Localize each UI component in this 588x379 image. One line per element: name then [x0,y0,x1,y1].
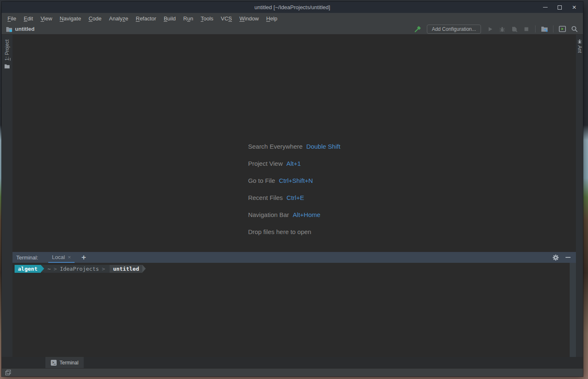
prompt-user-segment: algent [15,265,41,273]
gear-icon[interactable] [553,254,559,261]
desktop: { "colors": { "titlebar_bg": "#262b33", … [0,0,588,379]
breadcrumb-project-label: untitled [15,26,35,32]
menu-refactor[interactable]: Refactor [132,15,160,22]
close-button[interactable]: × [571,5,577,10]
shortcut-label: Search Everywhere [248,143,303,150]
window-controls: × [542,5,583,10]
build-hammer-icon[interactable] [413,25,422,34]
shortcut-key: Alt+Home [293,211,320,218]
shortcut-label: Recent Files [248,194,283,201]
hide-panel-icon[interactable] [566,257,571,258]
chevron-separator: > [54,265,57,273]
shortcut-hint-row: Recent FilesCtrl+E [248,193,341,202]
chevron-separator: > [102,265,105,273]
toolwindow-tab-terminal-label: Terminal [60,360,78,366]
debug-icon[interactable] [498,25,507,34]
toolbar-separator [535,25,536,32]
breadcrumb-project[interactable]: untitled [6,26,35,32]
prompt-current-dir: untitled [110,265,142,273]
bottom-toolwindow-bar: >_ Terminal [2,357,583,368]
maximize-icon [558,5,562,10]
menu-build[interactable]: Build [160,15,179,22]
coverage-icon[interactable] [510,25,519,34]
menu-edit[interactable]: Edit [20,15,37,22]
toolwindow-toggle-icon[interactable] [5,370,11,375]
menu-navigate[interactable]: Navigate [56,15,85,22]
terminal-tab-local[interactable]: Local × [48,252,75,263]
shortcut-key: Ctrl+Shift+N [279,177,313,184]
navigation-bar: untitled Add Configuration... [2,24,583,35]
prompt-dir1: IdeaProjects [60,265,99,273]
minimize-button[interactable] [542,5,548,10]
powerline-arrow [41,265,44,272]
menu-file[interactable]: File [4,15,20,22]
window-title: untitled [~/IdeaProjects/untitled] [2,4,583,10]
terminal-output[interactable]: algent ~ > IdeaProjects > untitled [12,263,576,357]
titlebar: untitled [~/IdeaProjects/untitled] × [2,2,583,13]
terminal-icon: >_ [51,360,57,366]
shortcut-hint-row: Search EverywhereDouble Shift [248,142,341,151]
powerline-arrow-end [142,265,146,272]
right-tool-stripe: Ant [576,35,583,357]
shortcut-hint-row: Navigation BarAlt+Home [248,210,341,219]
status-bar [2,368,583,377]
shortcut-label: Project View [248,160,283,167]
dash-glyph [566,257,571,258]
prompt-home: ~ [47,265,51,273]
ant-icon [577,39,582,44]
prompt-path-segment: ~ > IdeaProjects > [44,265,110,273]
run-anything-icon[interactable] [558,25,567,34]
menu-analyze[interactable]: Analyze [105,15,132,22]
maximize-button[interactable] [557,5,563,10]
project-folder-icon [6,26,12,32]
toolbar-right: Add Configuration... [413,25,579,34]
toolwindow-tab-terminal[interactable]: >_ Terminal [45,357,84,368]
terminal-panel: Terminal: Local × + algent [12,252,576,357]
terminal-panel-label: Terminal: [16,254,38,261]
shortcut-hint-row: Project ViewAlt+1 [248,159,341,168]
left-tool-stripe: 1: Project [2,35,12,357]
terminal-header-actions [553,252,572,263]
ide-window: untitled [~/IdeaProjects/untitled] × Fil… [2,2,583,377]
shortcut-key: Alt+1 [287,160,301,167]
toolbar-separator [553,25,553,32]
folder-icon [4,64,10,69]
shortcut-label: Go to File [248,177,275,184]
menu-view[interactable]: View [37,15,56,22]
run-icon[interactable] [486,25,495,34]
editor-area: Search EverywhereDouble ShiftProject Vie… [12,35,576,252]
shortcut-hint-row: Drop files here to open [248,227,341,237]
shortcut-key: Ctrl+E [287,194,304,201]
menu-help[interactable]: Help [262,15,281,22]
project-tab-label: : Project [4,40,10,58]
tool-stripe-tab-project[interactable]: 1: Project [4,40,10,61]
menu-tools[interactable]: Tools [197,15,217,22]
menubar: FileEditViewNavigateCodeAnalyzeRefactorB… [2,13,583,24]
terminal-scrollbar[interactable] [570,263,576,357]
minimize-icon [543,7,548,7]
add-configuration-button[interactable]: Add Configuration... [427,25,481,34]
menu-code[interactable]: Code [85,15,105,22]
menu-run[interactable]: Run [179,15,197,22]
shortcut-hint-row: Go to FileCtrl+Shift+N [248,176,341,185]
menu-vcs[interactable]: VCS [217,15,236,22]
tool-stripe-tab-ant[interactable]: Ant [577,45,583,53]
main-area: 1: Project Search EverywhereDouble Shift… [2,35,583,357]
terminal-tab-local-label: Local [52,254,65,260]
shortcut-key: Double Shift [306,143,341,150]
shortcut-label: Drop files here to open [248,228,311,235]
terminal-header: Terminal: Local × + [12,252,576,263]
center-column: Search EverywhereDouble ShiftProject Vie… [12,35,576,357]
stop-icon[interactable] [522,25,531,34]
close-tab-icon[interactable]: × [68,254,71,260]
menu-window[interactable]: Window [236,15,262,22]
search-icon[interactable] [570,25,579,34]
shortcut-hints: Search EverywhereDouble ShiftProject Vie… [248,35,341,252]
shortcut-label: Navigation Bar [248,211,289,218]
new-terminal-tab-button[interactable]: + [81,255,86,259]
terminal-prompt: algent ~ > IdeaProjects > untitled [15,265,146,273]
project-tab-mnemonic: 1 [4,58,10,61]
project-structure-icon[interactable] [540,25,549,34]
